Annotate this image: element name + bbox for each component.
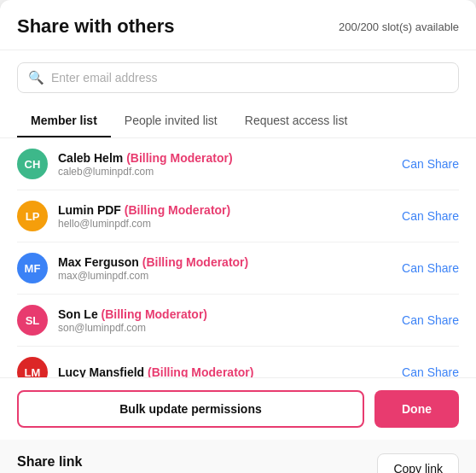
share-link-info: Share link Only shared people can access… bbox=[17, 454, 199, 474]
tabs-bar: Member list People invited list Request … bbox=[0, 105, 476, 138]
member-name: Lumin PDF (Billing Moderator) bbox=[58, 203, 402, 217]
table-row: CHCaleb Helm (Billing Moderator)caleb@lu… bbox=[17, 138, 459, 190]
member-info: Lucy Mansfield (Billing Moderator) bbox=[58, 365, 402, 378]
search-section: 🔍 bbox=[0, 50, 476, 105]
member-role: (Billing Moderator) bbox=[142, 255, 248, 269]
copy-link-button[interactable]: Copy link bbox=[377, 453, 459, 473]
search-icon: 🔍 bbox=[28, 70, 44, 85]
member-info: Lumin PDF (Billing Moderator)hello@lumin… bbox=[58, 203, 402, 230]
member-name: Son Le (Billing Moderator) bbox=[58, 307, 402, 321]
member-list: CHCaleb Helm (Billing Moderator)caleb@lu… bbox=[0, 138, 476, 377]
table-row: LPLumin PDF (Billing Moderator)hello@lum… bbox=[17, 190, 459, 242]
footer-buttons: Bulk update permissions Done bbox=[0, 377, 476, 440]
member-action[interactable]: Can Share bbox=[402, 261, 459, 275]
member-info: Son Le (Billing Moderator)son@luminpdf.c… bbox=[58, 307, 402, 334]
search-wrapper: 🔍 bbox=[17, 62, 459, 93]
modal-container: Share with others 200/200 slot(s) availa… bbox=[0, 0, 476, 473]
member-email: son@luminpdf.com bbox=[58, 322, 402, 334]
member-name: Caleb Helm (Billing Moderator) bbox=[58, 151, 402, 165]
tab-member-list[interactable]: Member list bbox=[17, 105, 111, 137]
slots-available: 200/200 slot(s) available bbox=[339, 20, 459, 33]
table-row: LMLucy Mansfield (Billing Moderator)Can … bbox=[17, 347, 459, 377]
member-role: (Billing Moderator) bbox=[102, 307, 207, 321]
done-button[interactable]: Done bbox=[374, 390, 459, 428]
avatar: LM bbox=[17, 357, 48, 377]
member-email: max@luminpdf.com bbox=[58, 270, 402, 282]
avatar: CH bbox=[17, 149, 48, 179]
table-row: MFMax Ferguson (Billing Moderator)max@lu… bbox=[17, 242, 459, 295]
member-role: (Billing Moderator) bbox=[125, 203, 230, 217]
modal-title: Share with others bbox=[17, 15, 175, 38]
table-row: SLSon Le (Billing Moderator)son@luminpdf… bbox=[17, 295, 459, 347]
share-link-section: Share link Only shared people can access… bbox=[0, 440, 476, 473]
member-email: hello@luminpdf.com bbox=[58, 218, 402, 230]
avatar: LP bbox=[17, 201, 48, 231]
member-info: Max Ferguson (Billing Moderator)max@lumi… bbox=[58, 255, 402, 282]
member-action[interactable]: Can Share bbox=[402, 365, 459, 377]
member-name: Max Ferguson (Billing Moderator) bbox=[58, 255, 402, 269]
avatar: MF bbox=[17, 253, 48, 283]
avatar: SL bbox=[17, 305, 48, 336]
member-action[interactable]: Can Share bbox=[402, 313, 459, 327]
search-input[interactable] bbox=[51, 71, 448, 85]
tab-people-invited[interactable]: People invited list bbox=[111, 105, 231, 137]
share-link-title: Share link bbox=[17, 454, 199, 470]
member-role: (Billing Moderator) bbox=[148, 365, 253, 378]
member-action[interactable]: Can Share bbox=[402, 157, 459, 171]
member-email: caleb@luminpdf.com bbox=[58, 166, 402, 178]
member-name: Lucy Mansfield (Billing Moderator) bbox=[58, 365, 402, 378]
member-action[interactable]: Can Share bbox=[402, 209, 459, 223]
bulk-update-button[interactable]: Bulk update permissions bbox=[17, 390, 364, 428]
tab-request-access[interactable]: Request access list bbox=[231, 105, 362, 137]
modal-header: Share with others 200/200 slot(s) availa… bbox=[0, 0, 476, 50]
member-role: (Billing Moderator) bbox=[126, 151, 232, 165]
member-info: Caleb Helm (Billing Moderator)caleb@lumi… bbox=[58, 151, 402, 178]
